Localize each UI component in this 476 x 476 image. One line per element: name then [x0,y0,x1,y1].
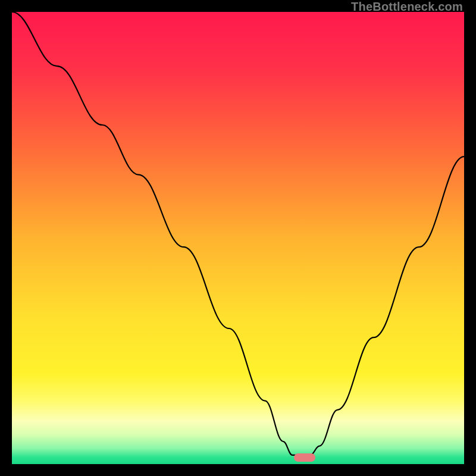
optimal-marker [294,453,315,462]
watermark-text: TheBottleneck.com [351,0,463,14]
bottleneck-chart [12,12,464,464]
gradient-background [12,12,464,464]
chart-frame [12,12,464,464]
